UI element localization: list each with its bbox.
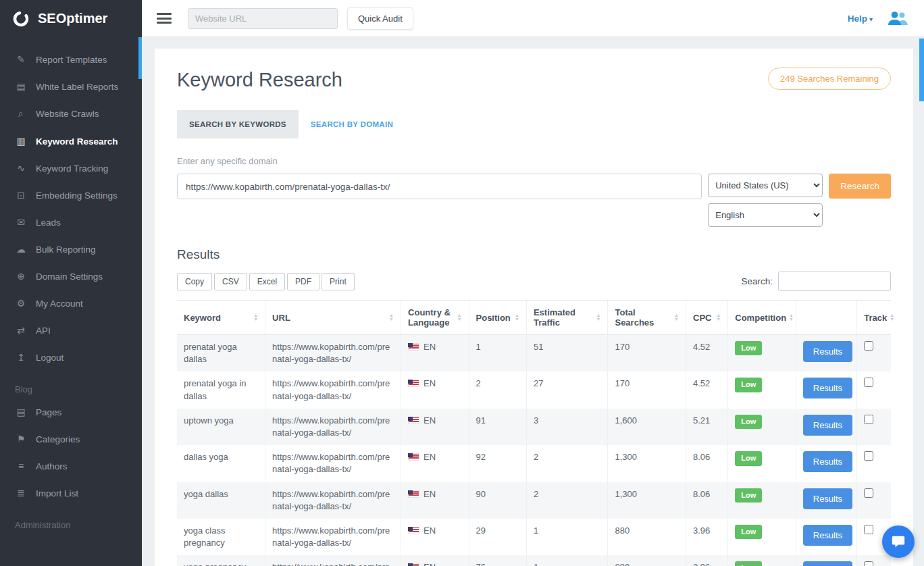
competition-badge: Low (735, 451, 762, 465)
results-button[interactable]: Results (803, 415, 852, 436)
track-checkbox[interactable] (864, 415, 873, 424)
sidebar-item-leads[interactable]: ✉ Leads (0, 209, 142, 236)
sidebar-item-api[interactable]: ⇄ API (0, 317, 142, 344)
chat-widget-button[interactable] (882, 525, 915, 558)
tab-search-by-domain[interactable]: SEARCH BY DOMAIN (299, 110, 405, 138)
track-checkbox[interactable] (864, 525, 873, 534)
column-header-label: Position (476, 313, 511, 323)
column-header-track[interactable]: Track▲▼ (857, 301, 891, 335)
competition-cell: Low (728, 335, 796, 372)
column-header-label: Estimated Traffic (534, 307, 594, 328)
cpc-cell: 8.06 (686, 482, 728, 519)
total-searches-cell: 880 (608, 519, 686, 555)
hamburger-menu-icon[interactable] (157, 11, 172, 26)
results-button[interactable]: Results (803, 488, 852, 509)
track-checkbox[interactable] (864, 378, 873, 387)
competition-badge: Low (735, 561, 762, 566)
bulk-reporting-icon: ☁ (15, 244, 27, 255)
pdf-button[interactable]: PDF (287, 273, 319, 290)
sort-icon: ▲▼ (253, 313, 258, 321)
estimated-traffic-cell: 2 (526, 445, 608, 482)
column-header-url[interactable]: URL▲▼ (265, 301, 401, 335)
page-scrollbar-thumb[interactable] (919, 38, 924, 101)
csv-button[interactable]: CSV (214, 273, 247, 290)
sidebar-section-administration: Administration (0, 507, 142, 534)
total-searches-cell: 1,300 (608, 482, 686, 519)
excel-button[interactable]: Excel (249, 273, 285, 290)
competition-badge: Low (735, 525, 762, 539)
results-button[interactable]: Results (803, 561, 852, 566)
sidebar-item-categories[interactable]: ⚑ Categories (0, 426, 142, 453)
sidebar-item-domain-settings[interactable]: ⊕ Domain Settings (0, 263, 142, 290)
sidebar-item-label: Embedding Settings (36, 190, 118, 201)
column-header-keyword[interactable]: Keyword▲▼ (177, 301, 265, 335)
column-header-estimated-traffic[interactable]: Estimated Traffic▲▼ (526, 301, 608, 335)
country-cell: EN (401, 409, 469, 445)
results-button[interactable]: Results (803, 525, 852, 546)
sidebar-item-label: Categories (36, 434, 80, 444)
print-button[interactable]: Print (322, 273, 355, 290)
table-search-input[interactable] (778, 272, 891, 291)
results-button[interactable]: Results (803, 378, 852, 398)
logo[interactable]: SEOptimer (0, 0, 142, 37)
country-select[interactable]: United States (US) (708, 174, 823, 197)
column-header-position[interactable]: Position▲▼ (469, 301, 526, 335)
track-checkbox[interactable] (864, 341, 873, 351)
total-searches-cell: 1,600 (608, 409, 686, 445)
language-select[interactable]: English (708, 203, 823, 227)
action-cell: Results (796, 445, 856, 482)
sidebar-item-pages[interactable]: ▤ Pages (0, 398, 142, 426)
column-header-label: CPC (693, 313, 711, 323)
language-label: EN (424, 562, 436, 566)
sidebar-section-blog: Blog (0, 371, 142, 398)
column-header-competition[interactable]: Competition▲▼ (728, 301, 796, 335)
column-header-label: Track (864, 313, 887, 323)
cpc-cell: 4.52 (686, 335, 728, 372)
column-header-country-language[interactable]: Country & Language▲▼ (401, 301, 469, 335)
tab-search-by-keywords[interactable]: SEARCH BY KEYWORDS (177, 110, 299, 138)
sidebar-item-website-crawls[interactable]: ⌕ Website Crawls (0, 100, 142, 128)
language-label: EN (424, 378, 436, 388)
sidebar-item-white-label-reports[interactable]: ▤ White Label Reports (0, 73, 142, 100)
sidebar-item-bulk-reporting[interactable]: ☁ Bulk Reporting (0, 236, 142, 263)
results-button[interactable]: Results (803, 341, 852, 362)
action-cell: Results (796, 409, 856, 445)
sidebar-item-import-list[interactable]: ≣ Import List (0, 480, 142, 507)
country-cell: EN (401, 519, 469, 555)
sidebar-item-report-templates[interactable]: ✎ Report Templates (0, 46, 142, 73)
column-header-cpc[interactable]: CPC▲▼ (686, 301, 728, 335)
sidebar-scrollbar-thumb[interactable] (138, 37, 142, 79)
track-checkbox[interactable] (864, 561, 873, 566)
sidebar-item-keyword-research[interactable]: ▥ Keyword Research (0, 128, 142, 155)
searches-remaining-badge: 249 Searches Remaining (768, 68, 891, 90)
track-checkbox[interactable] (864, 488, 873, 498)
sidebar-item-embedding-settings[interactable]: ⊡ Embedding Settings (0, 182, 142, 209)
search-label: Search: (741, 276, 773, 286)
sidebar-item-authors[interactable]: ≡ Authors (0, 453, 142, 480)
us-flag-icon (408, 343, 419, 351)
sort-icon: ▲▼ (457, 313, 462, 321)
quick-audit-button[interactable]: Quick Audit (347, 7, 413, 30)
sidebar-item-label: Pages (36, 407, 61, 417)
sidebar-item-keyword-tracking[interactable]: ∿ Keyword Tracking (0, 155, 142, 182)
results-button[interactable]: Results (803, 451, 852, 472)
help-label: Help (848, 14, 867, 24)
website-crawls-icon: ⌕ (15, 108, 27, 120)
sidebar-item-label: Domain Settings (36, 272, 103, 282)
research-button[interactable]: Research (829, 174, 891, 199)
table-row: dallas yogahttps://www.kopabirth.com/pre… (177, 445, 891, 482)
copy-button[interactable]: Copy (177, 273, 212, 290)
track-cell (857, 371, 891, 408)
page-title: Keyword Research (177, 69, 342, 91)
users-icon[interactable] (886, 9, 909, 27)
language-label: EN (424, 525, 436, 536)
domain-input[interactable] (177, 174, 702, 199)
sidebar-item-my-account[interactable]: ⚙ My Account (0, 290, 142, 317)
website-url-input[interactable] (188, 8, 338, 29)
column-header-total-searches[interactable]: Total Searches▲▼ (608, 301, 686, 335)
sidebar-item-logout[interactable]: ↥ Logout (0, 344, 142, 371)
competition-cell: Low (728, 482, 796, 519)
keyword-cell: uptown yoga (177, 409, 265, 445)
help-dropdown[interactable]: Help▾ (848, 14, 873, 24)
track-checkbox[interactable] (864, 451, 873, 461)
